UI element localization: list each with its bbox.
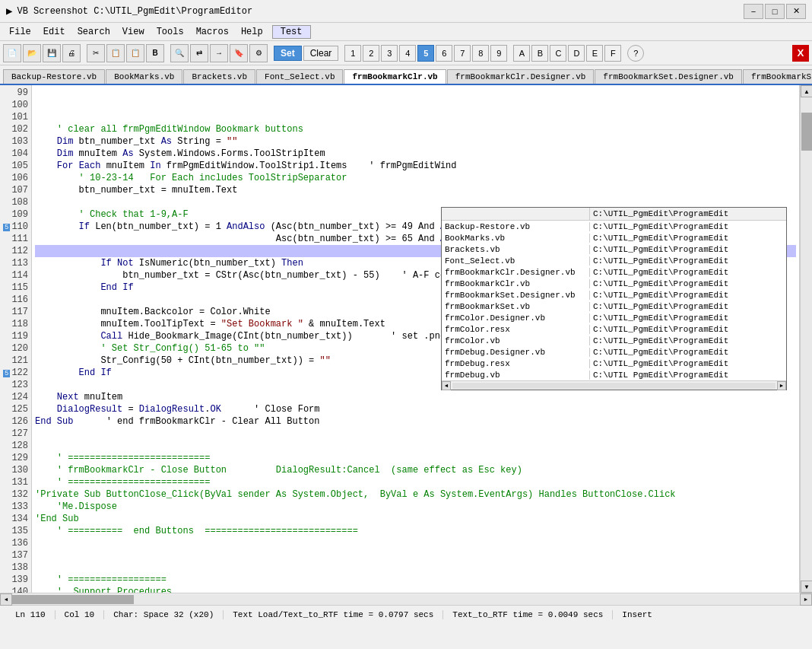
dp-row[interactable]: frmBookmarkClr.vbC:\UTIL_PgmEdit\Program…	[442, 278, 786, 289]
num-btn-7[interactable]: 7	[454, 45, 471, 62]
title-text: VB Screenshot C:\UTIL_PgmEdit\ProgramEdi…	[17, 6, 252, 17]
tab-brackets[interactable]: Brackets.vb	[183, 69, 255, 84]
tb-open[interactable]: 📂	[23, 44, 41, 62]
dp-row[interactable]: frmDebug.vbC:\UTIL PgmEdit\ProgramEdit	[442, 369, 786, 380]
app-icon: ▶	[6, 5, 12, 17]
letter-btn-d[interactable]: D	[568, 45, 585, 62]
test-tab[interactable]: Test	[272, 25, 311, 39]
hscroll-track	[12, 594, 800, 605]
dp-cell-file: Brackets.vb	[442, 245, 590, 254]
status-load-time: Text Load/Text_to_RTF time = 0.0797 secs	[224, 610, 443, 619]
toolbar-close-button[interactable]: X	[792, 45, 809, 62]
dp-cell-path: C:\UTIL_PgmEdit\ProgramEdit	[590, 234, 786, 243]
status-mode: Insert	[613, 610, 661, 619]
tb-replace[interactable]: ⇄	[190, 44, 208, 62]
menubar: File Edit Search View Tools Macros Help …	[0, 23, 812, 41]
tb-settings[interactable]: ⚙	[249, 44, 268, 62]
letter-btn-f[interactable]: F	[604, 45, 621, 62]
scroll-up-button[interactable]: ▲	[801, 85, 812, 97]
menu-item-help[interactable]: Help	[235, 25, 269, 39]
scroll-down-button[interactable]: ▼	[801, 581, 812, 593]
hscroll-right[interactable]: ►	[800, 593, 812, 606]
dp-row[interactable]: Brackets.vbC:\UTIL_PgmEdit\ProgramEdit	[442, 243, 786, 255]
menu-item-search[interactable]: Search	[71, 25, 116, 39]
menu-item-tools[interactable]: Tools	[151, 25, 190, 39]
dp-cell-path: C:\UTIL_PgmEdit\ProgramEdit	[590, 302, 786, 311]
dp-row[interactable]: frmBookmarkClr.Designer.vbC:\UTIL_PgmEdi…	[442, 266, 786, 278]
dp-row[interactable]: Backup-Restore.vbC:\UTIL_PgmEdit\Program…	[442, 221, 786, 232]
num-btn-8[interactable]: 8	[472, 45, 489, 62]
num-btn-4[interactable]: 4	[399, 45, 416, 62]
tb-paste[interactable]: 📋	[126, 44, 144, 62]
tb-print[interactable]: 🖨	[62, 44, 81, 62]
dp-row[interactable]: frmDebug.Designer.vbC:\UTIL_PgmEdit\Prog…	[442, 346, 786, 358]
tb-bold[interactable]: B	[146, 44, 164, 62]
tb-goto[interactable]: →	[210, 44, 228, 62]
clear-button[interactable]: Clear	[303, 46, 339, 61]
letter-btn-b[interactable]: B	[531, 45, 548, 62]
dp-row[interactable]: frmDebug.resxC:\UTIL_PgmEdit\ProgramEdit	[442, 358, 786, 369]
tb-save[interactable]: 💾	[43, 44, 61, 62]
dp-row[interactable]: Font_Select.vbC:\UTIL_PgmEdit\ProgramEdi…	[442, 255, 786, 266]
tb-search[interactable]: 🔍	[170, 44, 189, 62]
menu-item-edit[interactable]: Edit	[37, 25, 71, 39]
scroll-thumb[interactable]	[801, 113, 812, 151]
dp-cell-file: BookMarks.vb	[442, 234, 590, 243]
tab-frmbookmarkclr-designer[interactable]: frmBookmarkClr.Designer.vb	[447, 69, 595, 84]
scroll-track	[801, 97, 812, 581]
minimize-button[interactable]: −	[744, 4, 763, 19]
dp-scroll-right[interactable]: ►	[777, 381, 786, 390]
letter-btn-a[interactable]: A	[513, 45, 530, 62]
dp-row[interactable]: frmColor.Designer.vbC:\UTIL_PgmEdit\Prog…	[442, 312, 786, 323]
dropdown-panel: C:\UTIL_PgmEdit\ProgramEdit Backup-Resto…	[441, 207, 787, 390]
tab-frmbookmarkclr[interactable]: frmBookmarkClr.vb	[344, 69, 446, 85]
tb-cut[interactable]: ✂	[87, 44, 105, 62]
right-scrollbar: ▲ ▼	[800, 85, 812, 593]
dp-cell-path: C:\UTIL_PgmEdit\ProgramEdit	[590, 256, 786, 266]
tab-backup-restore[interactable]: Backup-Restore.vb	[3, 69, 105, 84]
dp-rows: Backup-Restore.vbC:\UTIL_PgmEdit\Program…	[442, 221, 786, 380]
dp-row[interactable]: frmBookmarkSet.Designer.vbC:\UTIL_PgmEdi…	[442, 289, 786, 301]
dp-cell-file: frmColor.Designer.vb	[442, 313, 590, 323]
status-rtf-time: Text_to_RTF time = 0.0049 secs	[443, 610, 613, 619]
tab-font-select[interactable]: Font_Select.vb	[256, 69, 343, 84]
num-btn-2[interactable]: 2	[363, 45, 379, 62]
letter-btn-e[interactable]: E	[586, 45, 603, 62]
tab-frmbookmarkset[interactable]: frmBookmarkSet.vb	[743, 69, 812, 84]
hscroll-thumb[interactable]	[12, 595, 134, 604]
num-btn-1[interactable]: 1	[344, 45, 361, 62]
dp-row[interactable]: frmColor.resxC:\UTIL_PgmEdit\ProgramEdit	[442, 323, 786, 335]
menu-item-file[interactable]: File	[3, 25, 37, 39]
dp-row[interactable]: BookMarks.vbC:\UTIL_PgmEdit\ProgramEdit	[442, 232, 786, 243]
dp-cell-file: Backup-Restore.vb	[442, 222, 590, 231]
hscroll-left[interactable]: ◄	[0, 593, 12, 606]
help-button[interactable]: ?	[627, 45, 644, 62]
dp-cell-file: frmDebug.vb	[442, 371, 590, 380]
maximize-button[interactable]: □	[765, 4, 785, 19]
menu-item-macros[interactable]: Macros	[190, 25, 235, 39]
dp-row[interactable]: frmBookmarkSet.vbC:\UTIL_PgmEdit\Program…	[442, 301, 786, 312]
num-btn-3[interactable]: 3	[381, 45, 398, 62]
letter-btn-c[interactable]: C	[550, 45, 566, 62]
tab-frmbookmarkset-designer[interactable]: frmBookmarkSet.Designer.vb	[595, 69, 742, 84]
titlebar: ▶ VB Screenshot C:\UTIL_PgmEdit\ProgramE…	[0, 0, 812, 23]
set-button[interactable]: Set	[274, 46, 302, 61]
num-btn-9[interactable]: 9	[490, 45, 507, 62]
code-editor: 9910010110210310410510610710810951101111…	[0, 85, 800, 593]
tb-copy[interactable]: 📋	[106, 44, 125, 62]
tb-bookmark[interactable]: 🔖	[230, 44, 248, 62]
num-btn-6[interactable]: 6	[436, 45, 452, 62]
tb-new[interactable]: 📄	[3, 44, 21, 62]
dp-scroll-left[interactable]: ◄	[442, 381, 451, 390]
num-btn-5[interactable]: 5	[417, 45, 434, 62]
tabbar: Backup-Restore.vb BookMarks.vb Brackets.…	[0, 65, 812, 85]
dp-cell-file: frmColor.resx	[442, 325, 590, 334]
close-button[interactable]: ✕	[786, 4, 806, 19]
menu-item-view[interactable]: View	[116, 25, 151, 39]
dp-row[interactable]: frmColor.vbC:\UTIL_PgmEdit\ProgramEdit	[442, 335, 786, 346]
dp-cell-file: frmBookmarkClr.Designer.vb	[442, 268, 590, 277]
dp-cell-file: frmBookmarkSet.Designer.vb	[442, 291, 590, 300]
tab-bookmarks[interactable]: BookMarks.vb	[106, 69, 182, 84]
dp-cell-path: C:\UTIL_PgmEdit\ProgramEdit	[590, 222, 786, 231]
dp-cell-file: Font_Select.vb	[442, 256, 590, 266]
